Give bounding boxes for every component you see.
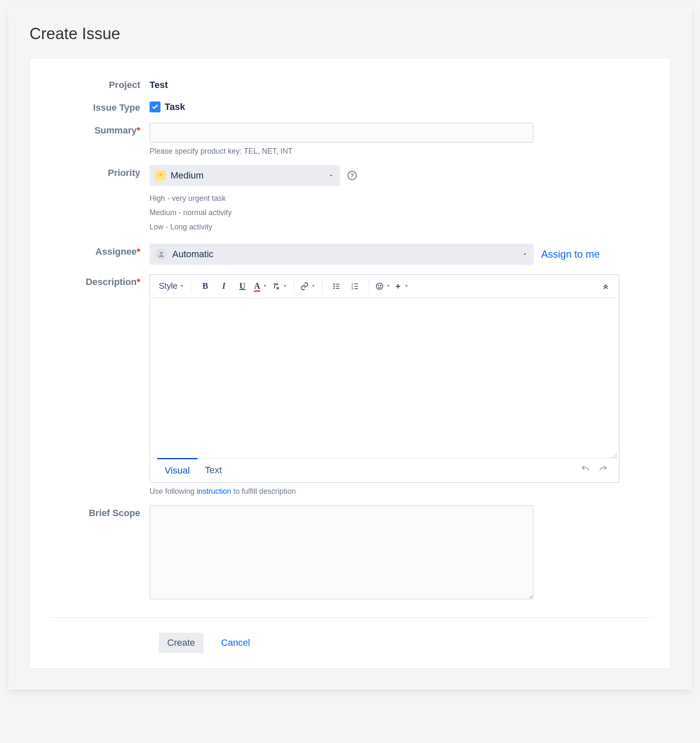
- rich-text-editor: Style B I U A: [150, 274, 620, 483]
- label-priority: Priority: [48, 165, 150, 178]
- priority-value: Medium: [171, 170, 203, 181]
- svg-rect-4: [336, 284, 339, 285]
- legend-high: High - very urgent task: [150, 191, 652, 205]
- row-project: Project Test: [48, 77, 652, 91]
- tab-visual[interactable]: Visual: [157, 458, 198, 482]
- label-issue-type: Issue Type: [48, 100, 150, 113]
- row-issue-type: Issue Type Task: [48, 100, 652, 113]
- help-icon[interactable]: ?: [347, 171, 357, 180]
- editor-toolbar: Style B I U A: [150, 275, 619, 298]
- svg-point-0: [160, 252, 163, 254]
- link-button[interactable]: [300, 278, 316, 294]
- svg-rect-12: [355, 288, 358, 289]
- assignee-select[interactable]: Automatic: [150, 244, 534, 265]
- svg-point-21: [612, 457, 613, 458]
- svg-point-2: [334, 285, 335, 287]
- underline-button[interactable]: U: [234, 278, 250, 294]
- svg-point-14: [378, 285, 379, 286]
- svg-rect-5: [336, 286, 339, 287]
- italic-button[interactable]: I: [216, 278, 232, 294]
- legend-medium: Medium - normal activity: [150, 205, 652, 220]
- svg-point-17: [616, 455, 617, 456]
- form-card: Project Test Issue Type Task Summary*: [29, 58, 671, 668]
- bold-button[interactable]: B: [197, 278, 213, 294]
- task-icon: [150, 101, 160, 112]
- chevron-down-icon: [522, 249, 528, 260]
- brief-scope-textarea[interactable]: [150, 505, 534, 599]
- svg-point-18: [616, 457, 617, 458]
- page-container: Create Issue Project Test Issue Type Tas…: [9, 8, 691, 689]
- svg-point-3: [334, 288, 335, 289]
- row-summary: Summary* Please specify product key: TEL…: [48, 123, 652, 156]
- label-assignee: Assignee*: [48, 244, 150, 257]
- number-list-button[interactable]: 123: [347, 278, 363, 294]
- avatar-icon: [155, 248, 167, 260]
- value-issue-type: Task: [150, 100, 185, 112]
- svg-point-19: [614, 455, 615, 456]
- svg-point-20: [614, 457, 615, 458]
- chevron-down-icon: [328, 170, 334, 181]
- create-button[interactable]: Create: [159, 633, 203, 653]
- redo-button[interactable]: [594, 460, 612, 480]
- summary-help: Please specify product key: TEL, NET, IN…: [150, 147, 652, 156]
- svg-point-15: [380, 285, 381, 286]
- summary-input[interactable]: [150, 123, 534, 143]
- label-brief-scope: Brief Scope: [48, 505, 150, 519]
- emoji-button[interactable]: [375, 278, 391, 294]
- priority-medium-icon: [155, 170, 166, 181]
- bullet-list-button[interactable]: [329, 278, 345, 294]
- collapse-toolbar-button[interactable]: [598, 278, 614, 294]
- tab-text[interactable]: Text: [198, 459, 230, 482]
- instruction-link[interactable]: instruction: [197, 487, 231, 495]
- row-description: Description* Style B I: [48, 274, 652, 496]
- svg-point-16: [616, 453, 617, 454]
- editor-textarea[interactable]: [150, 298, 619, 458]
- form-actions: Create Cancel: [48, 617, 652, 653]
- style-dropdown[interactable]: Style: [159, 278, 185, 294]
- editor-tabs: Visual Text: [150, 458, 619, 482]
- undo-button[interactable]: [577, 460, 594, 480]
- svg-rect-6: [336, 288, 339, 289]
- label-description: Description*: [48, 274, 150, 288]
- issue-type-text: Task: [165, 101, 185, 112]
- row-assignee: Assignee* Automatic Assign to me: [48, 244, 652, 265]
- assignee-value: Automatic: [172, 249, 214, 260]
- svg-rect-10: [355, 283, 358, 284]
- text-color-button[interactable]: A: [253, 278, 269, 294]
- svg-point-13: [377, 283, 383, 289]
- resize-handle-icon[interactable]: [610, 450, 617, 456]
- insert-more-button[interactable]: [394, 278, 410, 294]
- label-project: Project: [48, 77, 150, 91]
- label-summary: Summary*: [48, 123, 150, 136]
- priority-legend: High - very urgent task Medium - normal …: [150, 191, 652, 234]
- svg-rect-11: [355, 286, 358, 287]
- row-priority: Priority Medium ? High - very: [48, 165, 652, 234]
- page-title: Create Issue: [29, 25, 671, 43]
- legend-low: Low - Long activity: [150, 220, 652, 234]
- priority-select[interactable]: Medium: [150, 165, 340, 186]
- cancel-button[interactable]: Cancel: [213, 633, 258, 653]
- row-brief-scope: Brief Scope: [48, 505, 652, 602]
- clear-format-button[interactable]: [271, 278, 288, 294]
- svg-text:3: 3: [352, 288, 353, 290]
- assign-to-me-link[interactable]: Assign to me: [541, 248, 600, 260]
- svg-point-1: [334, 283, 335, 285]
- description-help: Use following instruction to fulfill des…: [150, 487, 652, 496]
- value-project: Test: [150, 77, 168, 91]
